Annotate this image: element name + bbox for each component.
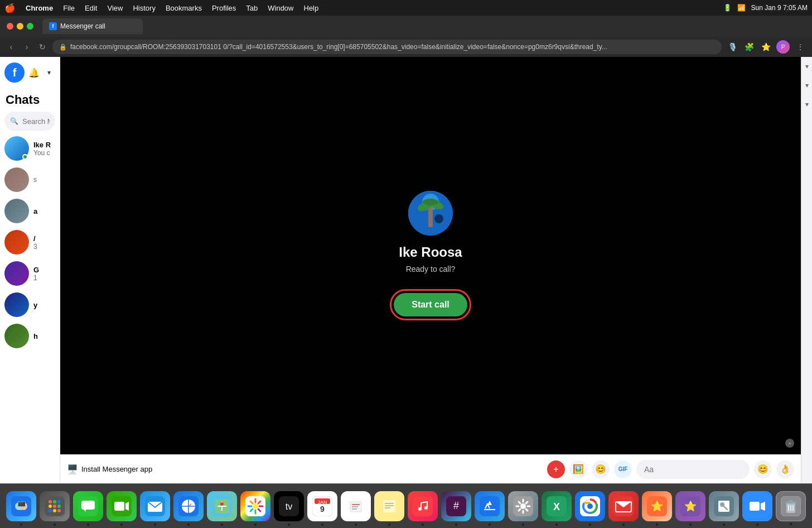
caller-avatar-image <box>408 191 453 236</box>
chat-preview: 3 <box>33 243 55 251</box>
chrome-titlebar: f Messenger call 📖 Reading List <box>0 16 812 37</box>
dock-item-slack[interactable]: # <box>441 491 471 521</box>
avatar <box>4 261 29 286</box>
smiley-icon[interactable]: 😊 <box>754 460 772 478</box>
list-item[interactable]: / 3 <box>0 227 60 258</box>
url-text: facebook.com/groupcall/ROOM:256393031703… <box>70 43 607 51</box>
dock-item-appletv[interactable]: tv <box>274 491 304 521</box>
list-item[interactable]: h <box>0 320 60 352</box>
avatar <box>4 324 29 348</box>
dock-item-reeder[interactable]: ⭐ <box>642 491 672 521</box>
list-item[interactable]: y <box>0 289 60 320</box>
dock-item-zoom[interactable] <box>742 491 772 521</box>
menu-history[interactable]: History <box>128 3 160 13</box>
add-button[interactable]: + <box>547 460 565 478</box>
list-item[interactable]: a <box>0 195 60 227</box>
menu-view[interactable]: View <box>103 3 127 13</box>
chevron-down-2[interactable]: ▾ <box>805 81 809 89</box>
chat-name: Ike R <box>33 141 55 149</box>
svg-point-36 <box>220 502 224 506</box>
dock-item-mail[interactable] <box>140 491 170 521</box>
svg-point-18 <box>49 509 52 512</box>
chat-info: G 1 <box>33 266 55 282</box>
main-area: Ike Roosa Ready to call? Start call × 🖥️… <box>60 57 801 483</box>
dock-item-settings[interactable] <box>508 491 538 521</box>
caller-avatar-svg <box>408 191 453 236</box>
reload-button[interactable]: ↻ <box>37 41 48 52</box>
dock-item-appstore[interactable] <box>475 491 505 521</box>
forward-button[interactable]: › <box>21 41 32 52</box>
thumbs-up-icon[interactable]: 👌 <box>776 460 794 478</box>
dock-item-excel[interactable]: X <box>542 491 572 521</box>
avatar <box>4 167 29 192</box>
profile-avatar[interactable]: P <box>776 40 790 54</box>
dock-item-safari[interactable] <box>173 491 204 521</box>
fb-sidebar: f 🔔 ▾ Chats 🔍 Ike R You c <box>0 57 60 483</box>
svg-point-63 <box>520 503 526 509</box>
chat-info: Ike R You c <box>33 141 55 157</box>
lock-icon: 🔒 <box>59 44 67 51</box>
start-call-button[interactable]: Start call <box>394 293 467 316</box>
dock-item-reeder2[interactable]: ⭐ <box>675 491 705 521</box>
chat-list: Ike R You c s a <box>0 133 60 483</box>
dock-item-notes[interactable] <box>374 491 404 521</box>
menu-chrome[interactable]: Chrome <box>21 3 57 13</box>
list-item[interactable]: Ike R You c <box>0 133 60 164</box>
dock-item-reminders[interactable] <box>341 491 371 521</box>
minimize-button[interactable] <box>17 23 23 30</box>
svg-rect-82 <box>750 502 760 511</box>
microphone-icon[interactable]: 🎙️ <box>726 41 738 53</box>
close-button[interactable] <box>7 23 13 30</box>
chevron-down-3[interactable]: ▾ <box>805 100 809 108</box>
back-button[interactable]: ‹ <box>6 41 17 52</box>
dock-item-airmail[interactable] <box>608 491 639 521</box>
menu-tab[interactable]: Tab <box>241 3 262 13</box>
dock-item-music[interactable] <box>408 491 438 521</box>
dock-item-trash[interactable] <box>776 491 806 521</box>
menubar: 🍎 Chrome File Edit View History Bookmark… <box>0 0 812 16</box>
facebook-logo[interactable]: f <box>4 63 25 83</box>
maximize-button[interactable] <box>27 23 33 30</box>
apple-menu[interactable]: 🍎 <box>4 3 16 13</box>
dock-item-photos[interactable] <box>240 491 270 521</box>
svg-rect-51 <box>383 500 395 512</box>
svg-point-15 <box>49 505 52 508</box>
chevron-down-1[interactable]: ▾ <box>805 63 809 70</box>
dock-item-calendar[interactable]: JAN9 <box>307 491 337 521</box>
svg-rect-22 <box>81 501 95 510</box>
menu-window[interactable]: Window <box>263 3 298 13</box>
bookmark-star-icon[interactable]: ⭐ <box>760 41 772 53</box>
chat-name: h <box>33 332 55 340</box>
menu-edit[interactable]: Edit <box>80 3 102 13</box>
svg-text:X: X <box>553 501 560 512</box>
dock-item-finder[interactable]: 🖥️ <box>6 491 36 521</box>
dock-item-chrome[interactable] <box>575 491 605 521</box>
svg-text:#: # <box>453 500 459 511</box>
emoji-btn[interactable]: 😊 <box>592 460 610 478</box>
window-controls <box>7 23 33 30</box>
list-item[interactable]: G 1 <box>0 258 60 289</box>
photo-btn[interactable]: 🖼️ <box>569 460 587 478</box>
dock-item-preview[interactable] <box>709 491 739 521</box>
tab-bar: f Messenger call <box>42 18 805 34</box>
dock-item-messages[interactable] <box>73 491 103 521</box>
search-bar-container: 🔍 <box>0 109 60 133</box>
fb-notification-bell[interactable]: 🔔 <box>28 66 40 79</box>
menu-profiles[interactable]: Profiles <box>207 3 240 13</box>
chat-info: / 3 <box>33 234 55 251</box>
chat-name: y <box>33 301 55 309</box>
list-item[interactable]: s <box>0 164 60 195</box>
dock-item-maps[interactable] <box>207 491 237 521</box>
fb-arrow-down[interactable]: ▾ <box>44 66 56 79</box>
dock-item-facetime[interactable] <box>107 491 137 521</box>
menu-file[interactable]: File <box>59 3 79 13</box>
menu-bookmarks[interactable]: Bookmarks <box>161 3 206 13</box>
extensions-icon[interactable]: 🧩 <box>743 41 755 53</box>
gif-btn[interactable]: GIF <box>614 460 632 478</box>
url-bar[interactable]: 🔒 facebook.com/groupcall/ROOM:2563930317… <box>52 40 722 54</box>
active-tab[interactable]: f Messenger call <box>42 18 143 34</box>
message-input[interactable] <box>636 460 750 479</box>
menu-help[interactable]: Help <box>299 3 323 13</box>
menu-dots-icon[interactable]: ⋮ <box>794 41 806 53</box>
dock-item-launchpad[interactable] <box>40 491 70 521</box>
